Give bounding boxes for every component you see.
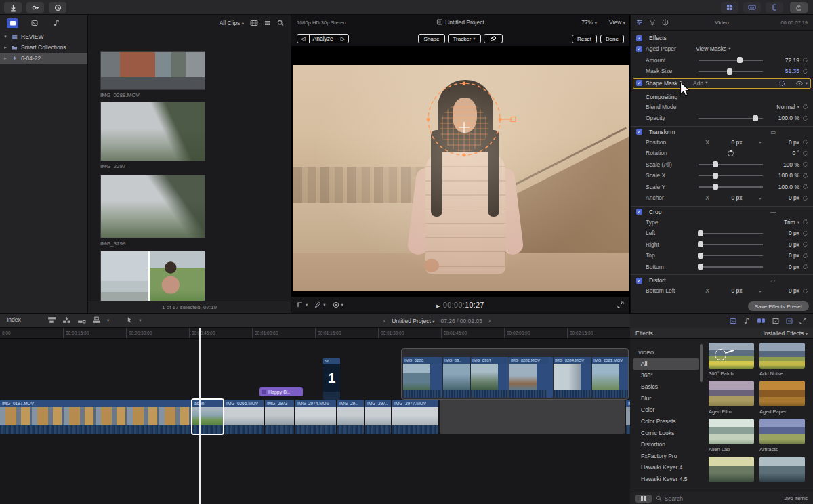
select-tool-icon[interactable] bbox=[127, 316, 133, 324]
bottom-left-y-value[interactable]: 0 px bbox=[766, 287, 799, 294]
effects-category[interactable]: FxFactory Pro bbox=[633, 450, 699, 462]
position-x-value[interactable]: 0 px bbox=[717, 139, 756, 146]
checkbox-icon[interactable]: ✓ bbox=[636, 80, 642, 86]
search-icon[interactable] bbox=[277, 20, 284, 26]
mask-size-slider[interactable] bbox=[699, 66, 763, 77]
reset-icon[interactable] bbox=[799, 264, 810, 270]
face-tracker-overlay[interactable] bbox=[293, 65, 629, 291]
workspace-phone-button[interactable] bbox=[766, 2, 783, 13]
effects-category[interactable]: Distortion bbox=[633, 439, 699, 450]
crop-right-slider[interactable] bbox=[699, 239, 763, 250]
crop-right-value[interactable]: 0 px bbox=[766, 241, 799, 248]
effects-category[interactable]: Hawaiki Keyer 4 bbox=[633, 462, 699, 474]
tracker-dropdown[interactable]: Tracker ▾ bbox=[448, 34, 481, 43]
effect-tile[interactable]: 360° Patch bbox=[709, 343, 754, 377]
rotation-dial[interactable] bbox=[696, 150, 766, 156]
anchor-y-value[interactable]: 0 px bbox=[766, 194, 799, 201]
mask-blend-dropdown[interactable]: Add▾ bbox=[693, 80, 768, 87]
reset-icon[interactable] bbox=[799, 161, 810, 167]
save-effects-preset-button[interactable]: Save Effects Preset bbox=[748, 301, 809, 311]
connected-clip[interactable]: IMG_0284.MOV bbox=[554, 357, 591, 398]
effects-category[interactable]: Blur bbox=[633, 393, 699, 404]
primary-clip[interactable]: IMG_0266.MOV bbox=[224, 400, 264, 434]
workspace-keyboard-button[interactable] bbox=[743, 2, 761, 13]
reset-icon[interactable] bbox=[799, 230, 810, 236]
installed-effects-dropdown[interactable]: Installed Effects ▾ bbox=[764, 330, 808, 337]
connected-storyline[interactable]: IMG_0286IMG_03..IMG_0367IMG_0282.MOVIMG_… bbox=[401, 348, 629, 400]
reset-icon[interactable] bbox=[799, 241, 810, 247]
shape-button[interactable]: Shape bbox=[418, 34, 444, 43]
effects-category[interactable]: 360° bbox=[633, 370, 699, 381]
effect-thumbnail[interactable] bbox=[709, 457, 754, 482]
music-tab-icon[interactable] bbox=[50, 18, 62, 28]
effect-thumbnail[interactable] bbox=[709, 419, 754, 444]
effect-thumbnail[interactable] bbox=[759, 343, 805, 369]
primary-clip[interactable]: IMG_297.. bbox=[365, 400, 391, 434]
reset-icon[interactable] bbox=[799, 184, 810, 190]
video-frame[interactable] bbox=[293, 65, 629, 291]
crop-type-dropdown[interactable]: Trim▾ bbox=[696, 219, 799, 226]
effect-tile[interactable]: Aged Film bbox=[709, 381, 754, 415]
rotation-value[interactable]: 0 ° bbox=[766, 150, 799, 156]
reset-icon[interactable] bbox=[799, 57, 810, 63]
eye-icon[interactable] bbox=[795, 81, 804, 86]
scale-x-value[interactable]: 100.0 % bbox=[766, 172, 799, 179]
scale-all-slider[interactable] bbox=[699, 159, 763, 170]
position-y-value[interactable]: 0 px bbox=[766, 139, 799, 146]
playhead[interactable] bbox=[199, 328, 201, 504]
clip-filter-dropdown[interactable]: All Clips ▾ bbox=[220, 20, 244, 26]
link-button[interactable] bbox=[484, 34, 503, 43]
reset-icon[interactable] bbox=[799, 195, 810, 201]
effect-tile[interactable]: Alien Lab bbox=[709, 419, 754, 453]
next-project-icon[interactable]: › bbox=[488, 317, 491, 324]
crop-bottom-value[interactable]: 0 px bbox=[766, 264, 799, 270]
effect-tile[interactable] bbox=[759, 457, 805, 490]
clip-thumbnail[interactable] bbox=[100, 175, 205, 238]
amount-value[interactable]: 72.19 bbox=[766, 57, 799, 64]
browser-clip[interactable]: IMG_0288.MOV bbox=[100, 51, 205, 98]
clip-thumbnail[interactable] bbox=[100, 102, 205, 161]
chevron-down-icon[interactable]: ▾ bbox=[756, 289, 764, 293]
chevron-down-icon[interactable]: ▾ bbox=[806, 81, 808, 86]
chevron-down-icon[interactable]: ▾ bbox=[323, 302, 325, 308]
connected-clip[interactable]: IMG_03.. bbox=[443, 357, 470, 398]
sidebar-item-smart-collections[interactable]: ▸ Smart Collections bbox=[0, 42, 87, 53]
timeline-index-icon[interactable] bbox=[786, 318, 793, 324]
checkbox-icon[interactable]: ✓ bbox=[636, 35, 642, 41]
view-dropdown[interactable]: View ▾ bbox=[609, 19, 625, 26]
checkbox-icon[interactable]: ✓ bbox=[636, 46, 642, 52]
effect-tile[interactable]: Aged Paper bbox=[759, 381, 805, 415]
title-clip[interactable]: Happy Bi.. bbox=[259, 387, 303, 396]
crop-left-slider[interactable] bbox=[699, 228, 763, 238]
append-edit-icon[interactable] bbox=[77, 316, 86, 324]
primary-clip[interactable]: IMG_29.. bbox=[337, 400, 364, 434]
shape-mask-row-selected[interactable]: ✓ Shape Mask 1 Add▾ ▾ bbox=[633, 78, 811, 89]
bottom-left-x-value[interactable]: 0 px bbox=[717, 287, 756, 294]
chevron-down-icon[interactable]: ▾ bbox=[107, 318, 109, 323]
opacity-slider[interactable] bbox=[699, 112, 763, 123]
checkbox-icon[interactable]: ✓ bbox=[636, 129, 642, 135]
reset-button[interactable]: Reset bbox=[572, 35, 597, 43]
chevron-down-icon[interactable]: ▾ bbox=[139, 318, 141, 323]
connected-clip[interactable]: IMG_2023.MOV bbox=[592, 357, 629, 398]
reset-icon[interactable] bbox=[799, 139, 810, 145]
draw-mask-icon[interactable] bbox=[314, 301, 321, 308]
library-row[interactable]: ▾ ▦ REVIEW bbox=[0, 31, 87, 42]
effects-category[interactable]: All bbox=[633, 358, 699, 370]
effects-category[interactable]: Comic Looks bbox=[633, 427, 699, 439]
disclosure-open-icon[interactable]: ▾ bbox=[3, 34, 8, 39]
connected-clip[interactable]: IMG_0286 bbox=[403, 357, 442, 398]
scale-y-value[interactable]: 100.0 % bbox=[766, 184, 799, 190]
reset-icon[interactable] bbox=[799, 68, 810, 75]
clip-thumbnail[interactable] bbox=[100, 251, 205, 306]
analyze-forward-icon[interactable]: ▷ bbox=[337, 35, 349, 43]
effect-tile[interactable]: Artifacts bbox=[759, 419, 805, 453]
effects-search-field[interactable]: Search bbox=[656, 495, 780, 502]
background-tasks-button[interactable] bbox=[49, 2, 66, 13]
photos-tab-icon[interactable] bbox=[28, 18, 40, 28]
blend-mode-dropdown[interactable]: Normal▾ bbox=[696, 104, 799, 110]
mask-size-value[interactable]: 51.35 bbox=[766, 68, 799, 75]
primary-clip[interactable]: IMG_2977.MOV bbox=[392, 400, 438, 434]
key-button[interactable] bbox=[26, 2, 44, 13]
anchor-x-value[interactable]: 0 px bbox=[717, 194, 756, 201]
